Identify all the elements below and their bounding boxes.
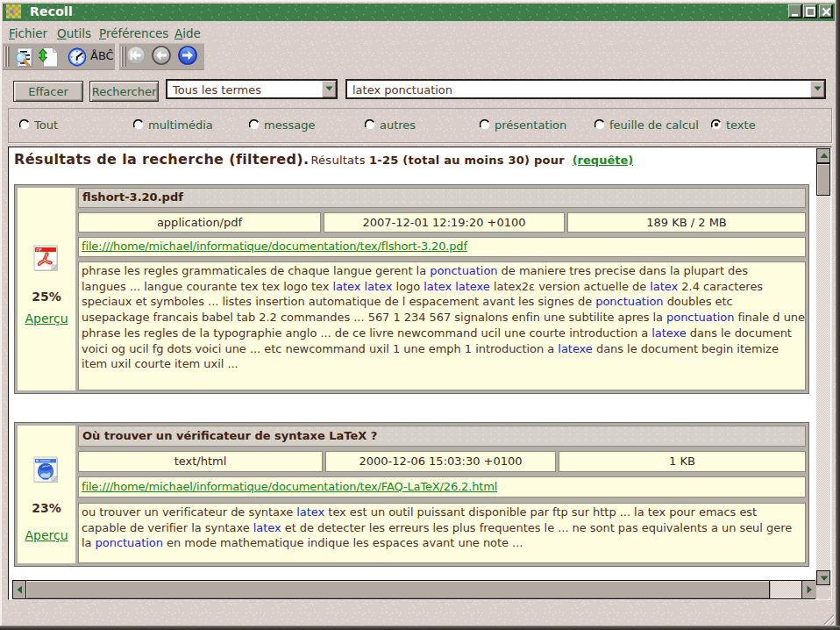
result-snippet: ou trouver un verificateur de syntaxe la… [78, 503, 806, 563]
minimize-button[interactable] [788, 4, 802, 18]
result-size: 1 KB [559, 451, 806, 472]
search-query-dropdown-button[interactable] [810, 81, 824, 97]
term-explorer-icon[interactable]: ÅBĈ [90, 49, 113, 71]
titlebar-texture [3, 4, 835, 21]
menubar: Fichier Outils Préférences Aide [3, 23, 835, 42]
search-button[interactable]: Rechercher [89, 81, 159, 102]
clear-button[interactable]: Effacer [13, 81, 83, 102]
titlebar[interactable]: Recoll [3, 4, 835, 21]
radio-label: présentation [495, 118, 566, 132]
menu-outils[interactable]: Outils [57, 26, 91, 40]
radio-circle [711, 119, 722, 130]
previous-page-button[interactable] [152, 46, 171, 65]
mime-icon [32, 245, 61, 273]
result-meta-row: application/pdf 2007-12-01 12:19:20 +010… [78, 212, 806, 233]
results-area: Résultats de la recherche (filtered).Rés… [8, 147, 832, 600]
results-title: Résultats de la recherche (filtered). [14, 151, 309, 168]
toolbar-handle[interactable] [4, 47, 10, 67]
result-side-panel: 23% Aperçu [18, 426, 75, 563]
sort-parameters-icon[interactable] [39, 47, 60, 68]
scrollbar-corner [815, 585, 831, 599]
html-file-icon [32, 456, 61, 484]
result-item[interactable]: 25% Aperçu flshort-3.20.pdf application/… [14, 184, 809, 394]
pdf-file-icon [32, 245, 61, 273]
window-edge-bottom [0, 626, 840, 630]
preview-link[interactable]: Aperçu [25, 311, 68, 326]
result-url[interactable]: file:///home/michael/informatique/docume… [78, 476, 806, 498]
result-title[interactable]: flshort-3.20.pdf [78, 188, 806, 208]
radio-circle [133, 119, 144, 130]
hscroll-track[interactable] [771, 581, 801, 598]
result-meta-row: text/html 2000-12-06 15:03:30 +0100 1 KB [78, 451, 806, 472]
scroll-up-button[interactable] [816, 148, 830, 163]
result-url[interactable]: file:///home/michael/informatique/docume… [78, 237, 806, 257]
radio-label: feuille de calcul [609, 118, 699, 132]
radio-circle [365, 119, 375, 130]
preview-link[interactable]: Aperçu [25, 528, 68, 542]
search-mode-dropdown-button[interactable] [322, 81, 336, 97]
radio-label: texte [726, 118, 756, 132]
category-filter-bar: Tout multimédia message autres p [8, 108, 832, 143]
result-date: 2000-12-06 15:03:30 +0100 [325, 451, 556, 472]
window-edge-right [836, 0, 840, 630]
vscroll-track[interactable] [816, 148, 830, 585]
radio-circle [19, 119, 30, 130]
history-clock-icon[interactable] [68, 47, 89, 68]
mime-icon [32, 456, 61, 484]
first-page-button[interactable] [126, 46, 146, 65]
radio-label: message [264, 118, 315, 132]
result-snippet: phrase les regles grammaticales de chaqu… [78, 261, 806, 390]
radio-circle [594, 119, 605, 130]
vscroll-thumb[interactable] [816, 163, 830, 196]
results-count: 1-25 (total au moins 30) pour [369, 154, 569, 167]
maximize-button[interactable] [803, 4, 817, 18]
window-title: Recoll [30, 4, 73, 18]
results-header: Résultats de la recherche (filtered).Rés… [14, 151, 633, 168]
radio-label: multimédia [148, 118, 213, 132]
recoll-window: Recoll Fichier Outils Préférences Aide [0, 0, 840, 630]
scroll-left-button[interactable] [13, 581, 26, 598]
result-title[interactable]: Où trouver un vérificateur de syntaxe La… [78, 426, 806, 447]
recoll-app-icon [6, 4, 21, 18]
horizontal-scrollbar[interactable] [12, 580, 815, 599]
result-side-panel: 25% Aperçu [18, 188, 75, 390]
menu-aide[interactable]: Aide [174, 26, 201, 40]
radio-circle [480, 119, 490, 130]
menu-préférences[interactable]: Préférences [99, 26, 168, 40]
window-edge-left [0, 0, 2, 630]
search-mode-value: Tous les termes [173, 83, 261, 97]
result-item[interactable]: 23% Aperçu Où trouver un vérificateur de… [14, 422, 809, 567]
result-mime-type: text/html [78, 451, 323, 472]
search-query-value: latex ponctuation [352, 83, 452, 97]
window-edge-top [0, 0, 840, 2]
radio-label: autres [380, 118, 416, 132]
search-query-combobox[interactable]: latex ponctuation [345, 79, 826, 99]
query-link[interactable]: (requête) [573, 154, 634, 167]
results-viewport: Résultats de la recherche (filtered).Rés… [9, 147, 815, 580]
advanced-search-icon[interactable] [14, 47, 35, 68]
close-button[interactable] [819, 4, 833, 18]
vertical-scrollbar[interactable] [816, 148, 830, 585]
hscroll-thumb[interactable] [26, 581, 770, 598]
radio-circle [249, 119, 260, 130]
toolbar-nav [119, 43, 204, 70]
menu-fichier[interactable]: Fichier [9, 26, 47, 40]
scroll-down-button[interactable] [816, 570, 830, 585]
toolbar-main: ÅBĈ [3, 43, 115, 70]
result-details: Où trouver un vérificateur de syntaxe La… [78, 426, 806, 563]
results-count-prefix: Résultats [310, 154, 369, 167]
next-page-button[interactable] [178, 46, 197, 65]
radio-label: Tout [34, 118, 58, 132]
result-details: flshort-3.20.pdf application/pdf 2007-12… [78, 188, 806, 390]
relevance-percent: 23% [32, 501, 61, 515]
scroll-right-button[interactable] [801, 581, 816, 598]
relevance-percent: 25% [32, 290, 61, 304]
search-mode-select[interactable]: Tous les termes [166, 79, 338, 99]
result-size: 189 KB / 2 MB [567, 212, 806, 233]
result-mime-type: application/pdf [78, 212, 321, 233]
result-date: 2007-12-01 12:19:20 +0100 [324, 212, 565, 233]
